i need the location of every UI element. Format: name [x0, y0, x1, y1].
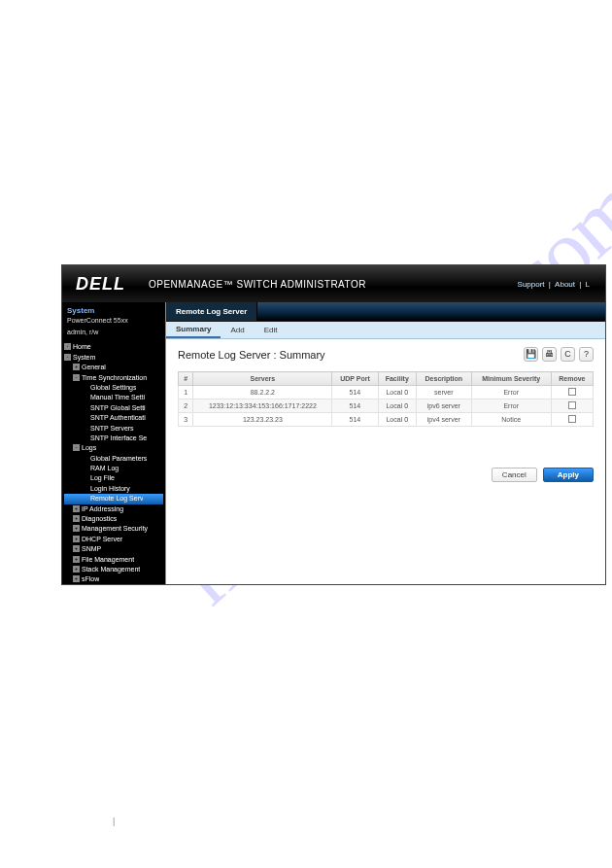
cell-facility: Local 0: [378, 386, 416, 399]
tree-node-13[interactable]: Log File: [64, 473, 163, 483]
collapse-icon[interactable]: -: [64, 343, 71, 350]
tree-spacer: [82, 465, 88, 471]
cell-remove: [551, 413, 593, 427]
tree-label: SNTP Interface Se: [90, 434, 147, 442]
th-sev: Minimum Severity: [471, 372, 551, 386]
tree-node-10[interactable]: -Logs: [64, 443, 163, 453]
tree-node-12[interactable]: RAM Log: [64, 464, 163, 473]
page-title: Remote Log Server : Summary: [178, 349, 325, 361]
cell-server: 123.23.23.23: [193, 413, 332, 427]
expand-icon[interactable]: +: [73, 505, 80, 512]
cell-port: 514: [332, 386, 378, 399]
cell-sev: Notice: [471, 413, 551, 427]
tree-node-16[interactable]: +IP Addressing: [64, 504, 163, 514]
tree-label: Diagnostics: [82, 515, 117, 523]
tree-label: File Management: [82, 556, 134, 564]
subtab-summary[interactable]: Summary: [166, 322, 221, 338]
tree-node-14[interactable]: Login History: [64, 484, 163, 494]
subtab-add[interactable]: Add: [221, 322, 254, 338]
tree-label: Global Parameters: [90, 455, 147, 463]
th-servers: Servers: [193, 372, 332, 386]
expand-icon[interactable]: +: [73, 566, 80, 573]
cell-port: 514: [332, 413, 378, 427]
save-icon[interactable]: 💾: [524, 347, 538, 362]
expand-icon[interactable]: +: [73, 545, 80, 552]
content-area: Remote Log Server Summary Add Edit Remot…: [165, 302, 605, 584]
app-header: DELL OPENMANAGE™ SWITCH ADMINISTRATOR Su…: [62, 265, 605, 302]
tree-node-2[interactable]: +General: [64, 363, 163, 372]
link-l[interactable]: L: [586, 280, 590, 289]
tree-node-1[interactable]: -System: [64, 353, 163, 363]
tree-spacer: [82, 434, 88, 441]
expand-icon[interactable]: +: [73, 575, 80, 582]
tree-node-23[interactable]: +sFlow: [64, 574, 163, 584]
collapse-icon[interactable]: -: [64, 354, 71, 361]
tree-node-0[interactable]: -Home: [64, 342, 163, 352]
tree-spacer: [82, 425, 88, 432]
tree-node-20[interactable]: +SNMP: [64, 544, 163, 554]
tree-spacer: [82, 485, 88, 492]
cell-server: 1233:12:13:334:153:166:1717:2222: [193, 399, 332, 413]
print-icon[interactable]: 🖶: [542, 347, 557, 362]
th-facility: Facility: [378, 372, 416, 386]
tree-label: SNTP Global Setti: [90, 404, 146, 412]
remove-checkbox[interactable]: [568, 415, 576, 423]
tree-node-11[interactable]: Global Parameters: [64, 454, 163, 464]
app-title: OPENMANAGE™ SWITCH ADMINISTRATOR: [149, 279, 366, 290]
tree-spacer: [82, 384, 88, 391]
table-row: 3123.23.23.23514Local 0ipv4 serverNotice: [179, 413, 594, 427]
tree-spacer: [82, 404, 88, 411]
subtab-edit[interactable]: Edit: [255, 322, 288, 338]
tree-node-6[interactable]: SNTP Global Setti: [64, 403, 163, 413]
link-about[interactable]: About: [555, 280, 575, 289]
collapse-icon[interactable]: -: [73, 444, 80, 451]
cell-remove: [551, 386, 593, 399]
cell-remove: [551, 399, 593, 413]
nav-tree: -Home-System+General-Time Synchronizatio…: [62, 340, 165, 584]
apply-button[interactable]: Apply: [543, 468, 594, 482]
tree-spacer: [82, 394, 88, 400]
tab-title: Remote Log Server: [166, 302, 257, 321]
main-panel: Remote Log Server : Summary 💾 🖶 C ? #: [166, 339, 605, 584]
cell-facility: Local 0: [378, 399, 416, 413]
tree-spacer: [82, 414, 88, 421]
tree-node-3[interactable]: -Time Synchronization: [64, 373, 163, 383]
refresh-icon[interactable]: C: [561, 347, 575, 362]
expand-icon[interactable]: +: [73, 525, 80, 532]
expand-icon[interactable]: +: [73, 364, 80, 370]
tree-node-9[interactable]: SNTP Interface Se: [64, 434, 163, 443]
expand-icon[interactable]: +: [73, 536, 80, 542]
tree-node-22[interactable]: +Stack Management: [64, 565, 163, 574]
tree-spacer: [82, 455, 88, 462]
tree-node-4[interactable]: Global Settings: [64, 383, 163, 393]
screenshot-panel: DELL OPENMANAGE™ SWITCH ADMINISTRATOR Su…: [61, 264, 606, 585]
tree-node-15[interactable]: Remote Log Serv: [64, 494, 163, 503]
tree-label: General: [82, 364, 106, 371]
tree-node-19[interactable]: +DHCP Server: [64, 535, 163, 544]
tree-node-21[interactable]: +File Management: [64, 555, 163, 565]
tree-label: sFlow: [82, 575, 99, 583]
tree-node-17[interactable]: +Diagnostics: [64, 514, 163, 524]
cell-facility: Local 0: [378, 413, 416, 427]
expand-icon[interactable]: +: [73, 515, 80, 522]
collapse-icon[interactable]: -: [73, 374, 80, 381]
tree-label: IP Addressing: [82, 505, 123, 513]
link-support[interactable]: Support: [518, 280, 545, 289]
tree-label: Global Settings: [90, 384, 136, 392]
help-icon[interactable]: ?: [579, 347, 594, 362]
tree-node-5[interactable]: Manual Time Setti: [64, 393, 163, 402]
tree-node-18[interactable]: +Management Security: [64, 524, 163, 534]
remove-checkbox[interactable]: [568, 401, 576, 409]
expand-icon[interactable]: +: [73, 556, 80, 563]
table-row: 188.2.2.2514Local 0serverError: [179, 386, 594, 399]
remove-checkbox[interactable]: [568, 388, 576, 396]
tree-label: Manual Time Setti: [90, 394, 145, 401]
table-row: 21233:12:13:334:153:166:1717:2222514Loca…: [179, 399, 594, 413]
tree-node-8[interactable]: SNTP Servers: [64, 424, 163, 434]
body-paragraph: To modify a remote log server, click Edi…: [102, 651, 368, 660]
cancel-button[interactable]: Cancel: [492, 468, 537, 482]
tree-label: Login History: [90, 485, 130, 493]
tree-node-7[interactable]: SNTP Authenticati: [64, 413, 163, 423]
th-num: #: [179, 372, 193, 386]
tree-label: Time Synchronization: [82, 374, 147, 382]
